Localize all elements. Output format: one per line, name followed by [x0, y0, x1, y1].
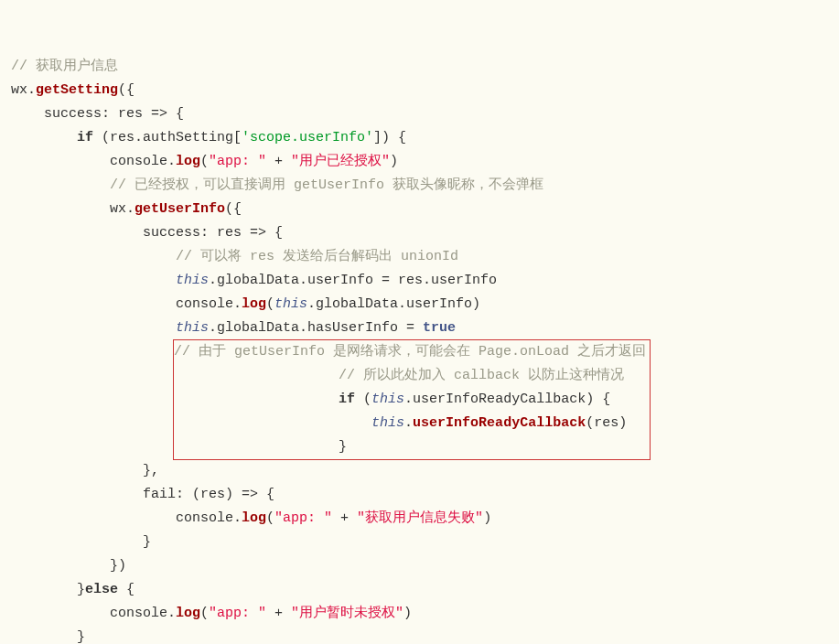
keyword-true: true: [423, 320, 456, 336]
code-text: +: [332, 510, 357, 526]
func-name: getUserInfo: [134, 201, 225, 217]
highlight-box: // 由于 getUserInfo 是网络请求，可能会在 Page.onLoad…: [174, 340, 650, 459]
keyword-if: if: [77, 130, 93, 145]
code-text: console.: [11, 606, 176, 621]
code-text: }): [11, 558, 126, 574]
code-text: wx.: [11, 201, 134, 217]
code-text: +: [266, 606, 291, 621]
comment: // 获取用户信息: [11, 59, 118, 74]
keyword-this: this: [274, 296, 307, 312]
keyword-else: else: [85, 582, 118, 597]
code-text: (: [200, 606, 209, 621]
code-text: },: [11, 463, 159, 478]
code-text: +: [266, 154, 291, 169]
code-text: .userInfoReadyCallback) {: [404, 392, 610, 407]
comment: // 由于 getUserInfo 是网络请求，可能会在 Page.onLoad…: [174, 344, 646, 360]
code-text: [11, 320, 176, 336]
code-text: success: res => {: [11, 106, 184, 122]
string: "用户已经授权": [291, 154, 390, 169]
code-text: (: [266, 296, 274, 312]
comment: // 已经授权，可以直接调用 getUserInfo 获取头像昵称，不会弹框: [11, 177, 543, 193]
keyword-this: this: [371, 415, 404, 431]
code-text: (res.authSetting[: [93, 130, 242, 145]
func-name: log: [242, 510, 266, 526]
code-text: (: [200, 154, 209, 169]
code-text: .globalData.userInfo): [307, 296, 480, 312]
keyword-this: this: [176, 273, 209, 288]
code-text: (res): [586, 415, 627, 431]
code-text: }: [339, 439, 347, 455]
indent: [11, 439, 176, 455]
indent: [174, 368, 339, 383]
indent: [174, 439, 339, 455]
code-text: ({: [225, 201, 242, 217]
string: "app: ": [209, 606, 266, 621]
func-name: log: [176, 606, 200, 621]
keyword-this: this: [176, 320, 209, 336]
code-block: // 获取用户信息 wx.getSetting({ success: res =…: [11, 55, 828, 644]
comment: // 所以此处加入 callback 以防止这种情况: [339, 368, 624, 383]
string: 'scope.userInfo': [242, 130, 373, 145]
code-text: }: [11, 534, 151, 550]
code-text: (: [266, 510, 274, 526]
indent: [339, 415, 371, 431]
code-text: .globalData.hasUserInfo =: [209, 320, 423, 336]
func-name: getSetting: [36, 82, 118, 98]
code-text: ({: [118, 82, 134, 98]
func-name: log: [242, 296, 266, 312]
code-text: {: [118, 582, 134, 597]
string: "用户暂时未授权": [291, 606, 403, 621]
keyword-if: if: [339, 392, 355, 407]
code-text: console.: [11, 296, 242, 312]
code-text: .: [404, 415, 413, 431]
code-text: }: [11, 629, 85, 644]
code-text: ): [483, 510, 491, 526]
indent: [174, 415, 339, 431]
code-text: }: [11, 582, 85, 597]
code-text: console.: [11, 154, 176, 169]
code-text: ): [390, 154, 398, 169]
code-text: console.: [11, 510, 242, 526]
code-text: .globalData.userInfo = res.userInfo: [209, 273, 497, 288]
indent: [174, 392, 339, 407]
string: "获取用户信息失败": [357, 510, 483, 526]
func-name: log: [176, 154, 200, 169]
code-text: [11, 130, 77, 145]
code-text: wx.: [11, 82, 36, 98]
comment: // 可以将 res 发送给后台解码出 unionId: [11, 249, 458, 264]
code-text: ]) {: [373, 130, 406, 145]
code-text: ): [403, 606, 412, 621]
code-text: (: [355, 392, 371, 407]
string: "app: ": [274, 510, 332, 526]
code-text: [11, 273, 176, 288]
keyword-this: this: [371, 392, 404, 407]
func-name: userInfoReadyCallback: [413, 415, 586, 431]
code-text: fail: (res) => {: [11, 487, 274, 502]
code-text: success: res => {: [11, 225, 283, 241]
string: "app: ": [209, 154, 266, 169]
